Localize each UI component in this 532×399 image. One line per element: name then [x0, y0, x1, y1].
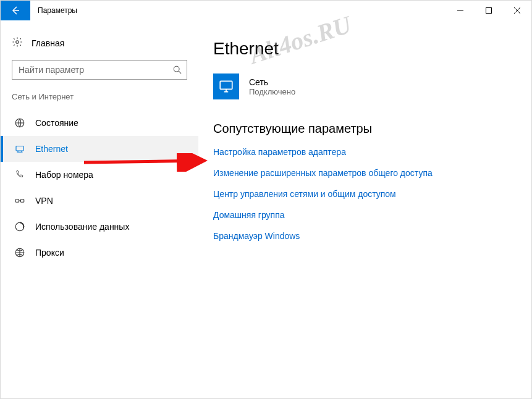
home-button[interactable]: Главная — [1, 32, 198, 57]
network-item[interactable]: Сеть Подключено — [213, 74, 517, 99]
svg-rect-9 — [220, 81, 232, 89]
link-adapter-settings[interactable]: Настройка параметров адаптера — [213, 147, 517, 157]
link-network-sharing-center[interactable]: Центр управления сетями и общим доступом — [213, 189, 517, 199]
sidebar-item-dialup[interactable]: Набор номера — [1, 162, 198, 188]
network-text: Сеть Подключено — [249, 77, 295, 96]
sidebar-item-label: Набор номера — [35, 170, 93, 180]
ethernet-icon — [14, 143, 25, 154]
back-button[interactable] — [1, 1, 30, 20]
sidebar-item-label: Состояние — [35, 118, 78, 128]
link-homegroup[interactable]: Домашняя группа — [213, 210, 517, 220]
vpn-icon — [14, 195, 25, 206]
maximize-icon — [486, 7, 492, 14]
close-icon — [514, 7, 520, 14]
network-status: Подключено — [249, 87, 295, 96]
search-wrap — [12, 60, 187, 80]
window-title: Параметры — [30, 1, 446, 20]
main-panel: Ethernet Сеть Подключено Сопутствующие п… — [198, 20, 531, 399]
data-usage-icon — [14, 221, 25, 232]
globe-icon — [14, 117, 25, 128]
sidebar-item-label: Ethernet — [35, 144, 68, 154]
search-icon — [173, 65, 182, 74]
sidebar-item-label: Прокси — [35, 248, 64, 258]
proxy-icon — [14, 247, 25, 258]
sidebar-item-label: Использование данных — [35, 222, 129, 232]
svg-rect-5 — [15, 200, 19, 203]
svg-rect-0 — [486, 8, 492, 14]
svg-rect-6 — [21, 200, 24, 203]
sidebar-item-data-usage[interactable]: Использование данных — [1, 214, 198, 240]
link-advanced-sharing[interactable]: Изменение расширенных параметров общего … — [213, 168, 517, 178]
minimize-icon — [457, 7, 463, 14]
phone-icon — [14, 169, 25, 180]
sidebar: Главная Сеть и Интернет Состояние Ethern… — [1, 20, 198, 399]
minimize-button[interactable] — [446, 1, 475, 20]
gear-icon — [12, 36, 23, 50]
network-tile — [213, 74, 239, 99]
monitor-icon — [218, 78, 234, 94]
window-controls — [446, 1, 531, 20]
page-title: Ethernet — [213, 39, 517, 59]
network-name: Сеть — [249, 77, 295, 87]
titlebar: Параметры — [1, 1, 531, 20]
sidebar-item-label: VPN — [35, 196, 53, 206]
close-button[interactable] — [503, 1, 531, 20]
arrow-left-icon — [11, 6, 20, 15]
svg-point-2 — [174, 66, 179, 72]
sidebar-item-status[interactable]: Состояние — [1, 110, 198, 136]
search-input[interactable] — [12, 60, 187, 80]
svg-rect-4 — [16, 146, 23, 151]
sidebar-item-vpn[interactable]: VPN — [1, 188, 198, 214]
sidebar-section-heading: Сеть и Интернет — [1, 88, 198, 110]
sidebar-item-ethernet[interactable]: Ethernet — [1, 136, 198, 162]
sidebar-item-proxy[interactable]: Прокси — [1, 240, 198, 266]
home-label: Главная — [32, 38, 64, 48]
link-windows-firewall[interactable]: Брандмауэр Windows — [213, 231, 517, 241]
svg-point-1 — [16, 41, 19, 44]
maximize-button[interactable] — [475, 1, 503, 20]
search-button[interactable] — [167, 60, 187, 80]
related-settings-heading: Сопутствующие параметры — [213, 122, 517, 136]
